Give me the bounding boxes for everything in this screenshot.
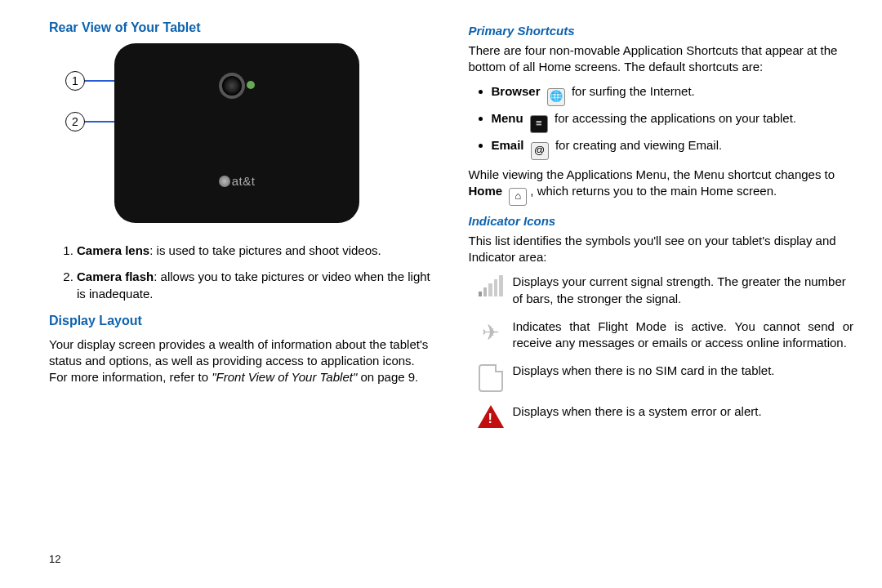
- sim-desc: Displays when there is no SIM card in th…: [513, 363, 854, 392]
- browser-icon: 🌐: [547, 88, 565, 106]
- menu-label: Menu: [492, 111, 523, 125]
- manual-page: Rear View of Your Tablet 1 2 at&t Camera…: [0, 0, 882, 588]
- note-text-b: , which returns you to the main Home scr…: [530, 184, 777, 198]
- heading-display-layout: Display Layout: [49, 314, 434, 328]
- primary-shortcuts-intro: There are four non-movable Application S…: [469, 42, 854, 76]
- camera-flash-icon: [247, 81, 255, 89]
- list-item: Menu ≡ for accessing the applications on…: [492, 111, 854, 133]
- primary-shortcuts-note: While viewing the Applications Menu, the…: [469, 167, 854, 206]
- list-item: Camera lens: is used to take pictures an…: [77, 243, 434, 259]
- display-text-b: on page 9.: [357, 370, 418, 384]
- table-row: Displays your current signal strength. T…: [469, 274, 854, 307]
- shortcuts-list: Browser 🌐 for surfing the Internet. Menu…: [477, 84, 854, 160]
- indicator-intro: This list identifies the symbols you'll …: [469, 233, 854, 266]
- camera-lens-desc: : is used to take pictures and shoot vid…: [149, 243, 381, 257]
- browser-label: Browser: [492, 84, 541, 98]
- page-number: 12: [49, 553, 60, 565]
- flight-desc: Indicates that Flight Mode is active. Yo…: [513, 318, 854, 352]
- heading-primary-shortcuts: Primary Shortcuts: [469, 24, 854, 38]
- email-desc: for creating and viewing Email.: [555, 138, 722, 152]
- email-icon: @: [531, 142, 549, 160]
- display-layout-paragraph: Your display screen provides a wealth of…: [49, 336, 434, 386]
- cross-reference: "Front View of Your Tablet": [212, 370, 357, 384]
- no-sim-icon: [469, 363, 513, 392]
- alert-desc: Displays when there is a system error or…: [513, 403, 854, 428]
- camera-flash-label: Camera flash: [77, 270, 154, 283]
- alert-icon: [469, 403, 513, 428]
- flight-mode-icon: ✈: [469, 318, 513, 352]
- att-globe-icon: [219, 176, 230, 187]
- callout-1: 1: [65, 71, 85, 91]
- brand-label: at&t: [114, 174, 359, 188]
- brand-text: at&t: [232, 174, 256, 188]
- list-item: Camera flash: allows you to take picture…: [77, 269, 434, 302]
- table-row: Displays when there is no SIM card in th…: [469, 363, 854, 392]
- browser-desc: for surfing the Internet.: [572, 84, 695, 98]
- heading-rear-view: Rear View of Your Tablet: [49, 20, 434, 35]
- signal-strength-icon: [469, 274, 513, 307]
- list-item: Email @ for creating and viewing Email.: [492, 138, 854, 160]
- table-row: Displays when there is a system error or…: [469, 403, 854, 428]
- heading-indicator-icons: Indicator Icons: [469, 214, 854, 228]
- menu-desc: for accessing the applications on your t…: [555, 111, 796, 125]
- email-label: Email: [492, 138, 524, 152]
- list-item: Browser 🌐 for surfing the Internet.: [492, 84, 854, 106]
- rear-view-list: Camera lens: is used to take pictures an…: [60, 243, 434, 302]
- signal-desc: Displays your current signal strength. T…: [513, 274, 854, 307]
- camera-lens-icon: [219, 73, 245, 99]
- home-label: Home: [469, 184, 503, 198]
- tablet-rear-body: at&t: [114, 43, 359, 223]
- table-row: ✈ Indicates that Flight Mode is active. …: [469, 318, 854, 352]
- left-column: Rear View of Your Tablet 1 2 at&t Camera…: [49, 20, 434, 580]
- menu-icon: ≡: [530, 115, 548, 133]
- rear-view-figure: 1 2 at&t: [65, 43, 434, 231]
- callout-2: 2: [65, 112, 85, 131]
- right-column: Primary Shortcuts There are four non-mov…: [469, 20, 854, 580]
- note-text-a: While viewing the Applications Menu, the…: [469, 167, 835, 181]
- camera-lens-label: Camera lens: [77, 243, 149, 257]
- home-icon: ⌂: [509, 188, 527, 206]
- indicator-table: Displays your current signal strength. T…: [469, 274, 854, 428]
